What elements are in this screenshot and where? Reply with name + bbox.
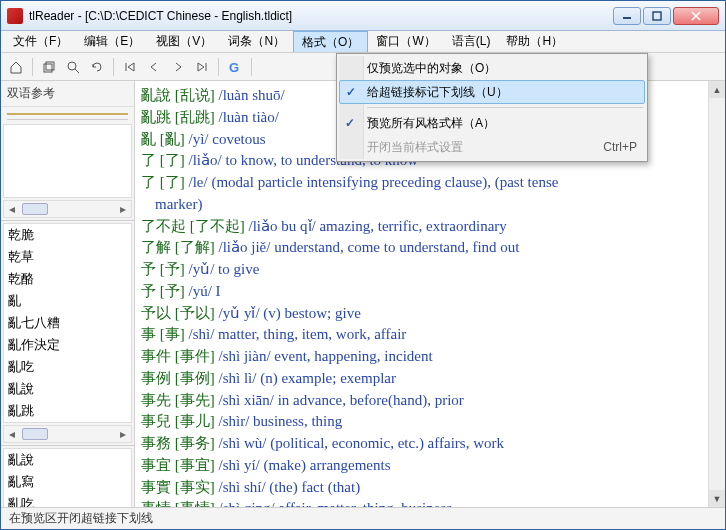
menuitem-accelerator: Ctrl+P (583, 140, 637, 154)
list-item[interactable]: 乾草 (4, 246, 131, 268)
list-item[interactable]: 乾脆 (4, 224, 131, 246)
app-icon (7, 8, 23, 24)
list-item[interactable]: 亂寫 (4, 471, 131, 493)
scroll-right-icon[interactable]: ▸ (115, 427, 131, 441)
svg-rect-5 (46, 62, 54, 70)
menuitem-underline-links[interactable]: ✓ 给超链接标记下划线（U） (339, 80, 645, 104)
dict-entry[interactable]: 事 [事] /shì/ matter, thing, item, work, a… (141, 324, 719, 346)
svg-point-6 (68, 62, 76, 70)
toolbar-separator (32, 58, 33, 76)
menu-file[interactable]: 文件（F） (5, 31, 76, 52)
sidebar-divider (7, 113, 128, 115)
scroll-left-icon[interactable]: ◂ (4, 427, 20, 441)
list-item[interactable]: 亂七八糟 (4, 312, 131, 334)
sidebar-bot-list[interactable]: 亂說亂寫亂吃 (3, 448, 132, 507)
menu-window[interactable]: 窗口（W） (368, 31, 443, 52)
dict-entry[interactable]: 予以 [予以] /yǔ yǐ/ (v) bestow; give (141, 303, 719, 325)
scroll-up-icon[interactable]: ▲ (709, 81, 725, 98)
list-item[interactable]: 亂說 (4, 449, 131, 471)
dict-entry[interactable]: 事務 [事务] /shì wù/ (political, economic, e… (141, 433, 719, 455)
dict-entry-cont: marker) (141, 194, 719, 216)
menu-language[interactable]: 语言(L) (444, 31, 499, 52)
app-window: tlReader - [C:\D:\CEDICT Chinese - Engli… (0, 0, 726, 530)
menu-help[interactable]: 帮助（H） (498, 31, 571, 52)
titlebar: tlReader - [C:\D:\CEDICT Chinese - Engli… (1, 1, 725, 31)
scroll-left-icon[interactable]: ◂ (4, 202, 20, 216)
svg-line-7 (75, 69, 79, 73)
tool-search-icon[interactable] (62, 56, 84, 78)
list-item[interactable]: 亂跳 (4, 400, 131, 422)
sidebar-divider (7, 119, 128, 120)
menubar: 文件（F） 编辑（E） 视图（V） 词条（N） 格式（O） 窗口（W） 语言(L… (1, 31, 725, 53)
statusbar: 在预览区开闭超链接下划线 (1, 507, 725, 529)
menuitem-toggle-style-settings[interactable]: 开闭当前样式设置 Ctrl+P (339, 135, 645, 159)
nav-first-icon[interactable] (119, 56, 141, 78)
dict-entry[interactable]: 事例 [事例] /shì lì/ (n) example; exemplar (141, 368, 719, 390)
dict-entry[interactable]: 了不起 [了不起] /liǎo bu qǐ/ amazing, terrific… (141, 216, 719, 238)
minimize-button[interactable] (613, 7, 641, 25)
menu-format[interactable]: 格式（O） (293, 31, 368, 52)
vertical-scrollbar[interactable]: ▲ ▼ (708, 81, 725, 507)
list-item[interactable]: 乾酪 (4, 268, 131, 290)
scroll-right-icon[interactable]: ▸ (115, 202, 131, 216)
menuitem-preview-selected[interactable]: 仅预览选中的对象（O） (339, 56, 645, 80)
sidebar-title: 双语参考 (1, 81, 134, 107)
window-title: tlReader - [C:\D:\CEDICT Chinese - Engli… (29, 9, 613, 23)
scroll-thumb[interactable] (22, 203, 48, 215)
dict-entry[interactable]: 事情 [事情] /shì qing/ affair, matter, thing… (141, 498, 719, 507)
dict-entry[interactable]: 事兒 [事儿] /shìr/ business, thing (141, 411, 719, 433)
close-button[interactable] (673, 7, 719, 25)
list-item[interactable]: 亂作決定 (4, 334, 131, 356)
status-text: 在预览区开闭超链接下划线 (9, 510, 153, 527)
menuitem-preview-all-styles[interactable]: ✓ 预览所有风格式样（A） (339, 111, 645, 135)
nav-prev-icon[interactable] (143, 56, 165, 78)
home-icon[interactable] (5, 56, 27, 78)
sidebar: 双语参考 ◂ ▸ 乾脆乾草乾酪亂亂七八糟亂作決定亂吃亂說亂跳 ◂ ▸ (1, 81, 135, 507)
menuitem-label: 给超链接标记下划线（U） (367, 84, 508, 101)
nav-next-icon[interactable] (167, 56, 189, 78)
format-menu-dropdown: 仅预览选中的对象（O） ✓ 给超链接标记下划线（U） ✓ 预览所有风格式样（A）… (336, 53, 648, 162)
menuitem-label: 仅预览选中的对象（O） (367, 60, 496, 77)
dict-entry[interactable]: 事宜 [事宜] /shì yí/ (make) arrangements (141, 455, 719, 477)
dict-entry[interactable]: 事件 [事件] /shì jiàn/ event, happening, inc… (141, 346, 719, 368)
sidebar-panel-mid: 乾脆乾草乾酪亂亂七八糟亂作決定亂吃亂說亂跳 ◂ ▸ (1, 221, 134, 446)
scroll-thumb[interactable] (22, 428, 48, 440)
sidebar-hscroll[interactable]: ◂ ▸ (3, 425, 132, 443)
dict-entry[interactable]: 事先 [事先] /shì xiān/ in advance, before(ha… (141, 390, 719, 412)
sidebar-panel-top: 双语参考 ◂ ▸ (1, 81, 134, 221)
check-icon: ✓ (345, 116, 355, 130)
list-item[interactable]: 亂吃 (4, 356, 131, 378)
svg-rect-4 (44, 64, 52, 72)
svg-text:G: G (229, 60, 239, 74)
window-controls (613, 7, 719, 25)
toolbar-separator (113, 58, 114, 76)
sidebar-top-body (3, 124, 132, 198)
dict-entry[interactable]: 予 [予] /yú/ I (141, 281, 719, 303)
list-item[interactable]: 亂說 (4, 378, 131, 400)
toolbar-separator (251, 58, 252, 76)
svg-rect-1 (653, 12, 661, 20)
toolbar-separator (218, 58, 219, 76)
dict-entry[interactable]: 了解 [了解] /liǎo jiě/ understand, come to u… (141, 237, 719, 259)
check-icon: ✓ (346, 85, 356, 99)
menuitem-label: 预览所有风格式样（A） (367, 115, 495, 132)
dict-entry[interactable]: 事實 [事实] /shì shí/ (the) fact (that) (141, 477, 719, 499)
tool-refresh-icon[interactable] (86, 56, 108, 78)
dict-entry[interactable]: 了 [了] /le/ (modal particle intensifying … (141, 172, 719, 194)
menu-view[interactable]: 视图（V） (148, 31, 220, 52)
list-item[interactable]: 亂吃 (4, 493, 131, 507)
sidebar-panel-bot: 亂說亂寫亂吃 ◂ ▸ (1, 446, 134, 507)
nav-last-icon[interactable] (191, 56, 213, 78)
scroll-down-icon[interactable]: ▼ (709, 490, 725, 507)
sidebar-hscroll[interactable]: ◂ ▸ (3, 200, 132, 218)
list-item[interactable]: 亂 (4, 290, 131, 312)
maximize-button[interactable] (643, 7, 671, 25)
menu-edit[interactable]: 编辑（E） (76, 31, 148, 52)
tool-layers-icon[interactable] (38, 56, 60, 78)
dict-entry[interactable]: 予 [予] /yǔ/ to give (141, 259, 719, 281)
menuitem-label: 开闭当前样式设置 (367, 139, 463, 156)
google-icon[interactable]: G (224, 56, 246, 78)
menu-entry[interactable]: 词条（N） (220, 31, 293, 52)
sidebar-mid-list[interactable]: 乾脆乾草乾酪亂亂七八糟亂作決定亂吃亂說亂跳 (3, 223, 132, 423)
menu-separator (367, 107, 643, 108)
